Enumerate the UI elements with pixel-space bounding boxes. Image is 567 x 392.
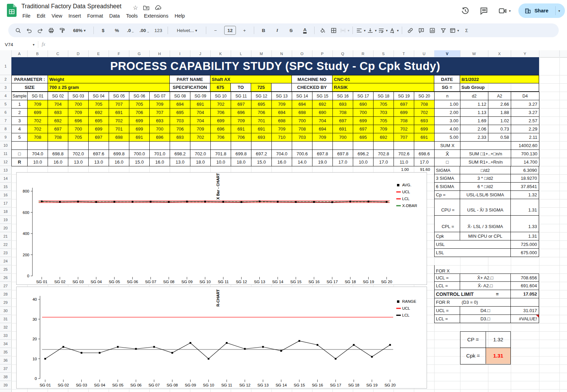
- redo-icon[interactable]: [35, 25, 45, 35]
- measurement-cell[interactable]: 698: [109, 133, 129, 142]
- measurement-cell[interactable]: 691: [109, 109, 129, 117]
- sum-x-label[interactable]: SUM X: [435, 142, 460, 150]
- cpk-label[interactable]: Cpk =: [460, 348, 486, 364]
- menu-insert[interactable]: Insert: [66, 12, 84, 19]
- constant-cell[interactable]: 2.33: [460, 133, 488, 142]
- row-header-5[interactable]: 5: [0, 100, 11, 108]
- constant-cell[interactable]: 0.58: [488, 133, 511, 142]
- const-header[interactable]: n: [435, 92, 460, 100]
- percent-format-button[interactable]: %: [110, 25, 123, 35]
- panel-value[interactable]: 1.33: [511, 216, 539, 232]
- sg-header[interactable]: SG 04: [89, 92, 109, 100]
- sg-header[interactable]: SG 10: [211, 92, 231, 100]
- constant-cell[interactable]: 2.57: [511, 117, 539, 125]
- measurement-cell[interactable]: 708: [333, 109, 353, 117]
- column-header-D[interactable]: D: [68, 50, 89, 57]
- measurement-cell[interactable]: 699: [28, 109, 48, 117]
- measurement-cell[interactable]: 694: [292, 100, 312, 109]
- constant-cell[interactable]: 2.66: [488, 100, 511, 109]
- column-header-T[interactable]: T: [394, 50, 414, 57]
- measurement-cell[interactable]: 702: [394, 125, 414, 133]
- sg-value[interactable]: Sub Group: [460, 83, 539, 92]
- row-header-25[interactable]: 25: [0, 265, 11, 274]
- measurement-cell[interactable]: 695: [251, 100, 272, 109]
- measurement-cell[interactable]: 706: [251, 109, 272, 117]
- panel-formula[interactable]: 6 * □/d2: [460, 183, 511, 191]
- panel-value[interactable]: 708.656: [511, 274, 539, 282]
- constant-cell[interactable]: 1.00: [435, 100, 460, 109]
- measurement-cell[interactable]: 695: [89, 117, 109, 125]
- constant-cell[interactable]: 3.27: [511, 109, 539, 117]
- panel-value[interactable]: 37.8541: [511, 183, 539, 191]
- panel-value[interactable]: 675.000: [511, 249, 539, 257]
- row-header-28[interactable]: 28: [0, 290, 11, 298]
- measurement-cell[interactable]: 695: [170, 109, 190, 117]
- range-cell[interactable]: 14.0: [292, 158, 312, 166]
- measurement-cell[interactable]: 692: [48, 117, 68, 125]
- panel-label[interactable]: CPL =: [434, 216, 460, 232]
- xbar-cell[interactable]: 702.6: [394, 150, 414, 158]
- sg-header[interactable]: SG 14: [292, 92, 312, 100]
- row-header-17[interactable]: 17: [0, 199, 11, 207]
- xbar-cell[interactable]: 702.0: [68, 150, 89, 158]
- bold-button[interactable]: B: [257, 25, 270, 35]
- column-header-U[interactable]: U: [414, 50, 435, 57]
- range-cell[interactable]: 16.0: [150, 158, 170, 166]
- row-header-11[interactable]: 11: [0, 149, 11, 158]
- measurement-cell[interactable]: 709: [28, 100, 48, 109]
- r-chart[interactable]: 010203040SG 01SG 02SG 03SG 04SG 05SG 06S…: [16, 287, 427, 389]
- column-header-E[interactable]: E: [88, 50, 109, 57]
- fill-color-icon[interactable]: [317, 25, 328, 35]
- measurement-cell[interactable]: 705: [68, 133, 89, 142]
- measurement-cell[interactable]: 698: [272, 117, 292, 125]
- constant-cell[interactable]: 1.69: [460, 117, 488, 125]
- measurement-cell[interactable]: 700: [292, 117, 312, 125]
- row-header-13[interactable]: 13: [0, 166, 11, 174]
- column-header-L[interactable]: L: [231, 50, 251, 57]
- constant-cell[interactable]: 2.06: [460, 125, 488, 133]
- xbar-symbol[interactable]: X̄: [435, 150, 460, 158]
- functions-button[interactable]: Σ: [460, 25, 473, 35]
- measurement-cell[interactable]: 691: [414, 133, 435, 142]
- panel-formula[interactable]: □/d2: [460, 166, 511, 174]
- search-icon[interactable]: [13, 25, 23, 35]
- column-header-Y[interactable]: Y: [511, 50, 539, 57]
- panel-formula[interactable]: MIN CPU or CPL: [460, 232, 511, 240]
- column-header-B[interactable]: B: [27, 50, 48, 57]
- row-header-19[interactable]: 19: [0, 216, 11, 224]
- sg-header[interactable]: SG 07: [150, 92, 170, 100]
- constant-cell[interactable]: 2.11: [511, 133, 539, 142]
- measurement-cell[interactable]: 699: [211, 117, 231, 125]
- xbar-cell[interactable]: 698.8: [48, 150, 68, 158]
- row-header-1[interactable]: 1: [0, 57, 11, 75]
- row-header-22[interactable]: 22: [0, 240, 11, 249]
- measurement-cell[interactable]: 702: [109, 117, 129, 125]
- sg-header[interactable]: SG 03: [68, 92, 89, 100]
- row-header-39[interactable]: 39: [0, 381, 11, 389]
- row-header-6[interactable]: 6: [0, 108, 11, 116]
- column-header-P[interactable]: P: [312, 50, 333, 57]
- parameter-value[interactable]: Weight: [48, 75, 170, 83]
- text-wrap-icon[interactable]: ▾: [378, 25, 388, 35]
- measurement-cell[interactable]: 708: [394, 117, 414, 125]
- row-header-20[interactable]: 20: [0, 224, 11, 232]
- column-header-I[interactable]: I: [170, 50, 190, 57]
- range-cell[interactable]: 15.0: [251, 158, 272, 166]
- column-header-N[interactable]: N: [271, 50, 292, 57]
- panel-value[interactable]: 1.31: [511, 232, 539, 240]
- xbar-cell[interactable]: 698.2: [170, 150, 190, 158]
- panel-blank[interactable]: [511, 298, 539, 307]
- meet-video-icon[interactable]: [498, 6, 507, 15]
- measurement-cell[interactable]: 707: [394, 133, 414, 142]
- measurement-cell[interactable]: 697: [48, 125, 68, 133]
- measurement-cell[interactable]: 707: [109, 100, 129, 109]
- constant-cell[interactable]: 2.29: [511, 125, 539, 133]
- sheet-title[interactable]: PROCESS CAPABILITY STUDY (SPC Study - Cp…: [11, 57, 539, 75]
- panel-label[interactable]: LSL: [434, 249, 511, 257]
- row-header-26[interactable]: 26: [0, 274, 11, 282]
- cp-value[interactable]: 1.32: [486, 332, 510, 348]
- row-header-2[interactable]: 2: [0, 75, 11, 83]
- xbar-cell[interactable]: 704.0: [28, 150, 48, 158]
- range-cell[interactable]: 18.0: [190, 158, 211, 166]
- xbar-cell[interactable]: 697.8: [312, 150, 333, 158]
